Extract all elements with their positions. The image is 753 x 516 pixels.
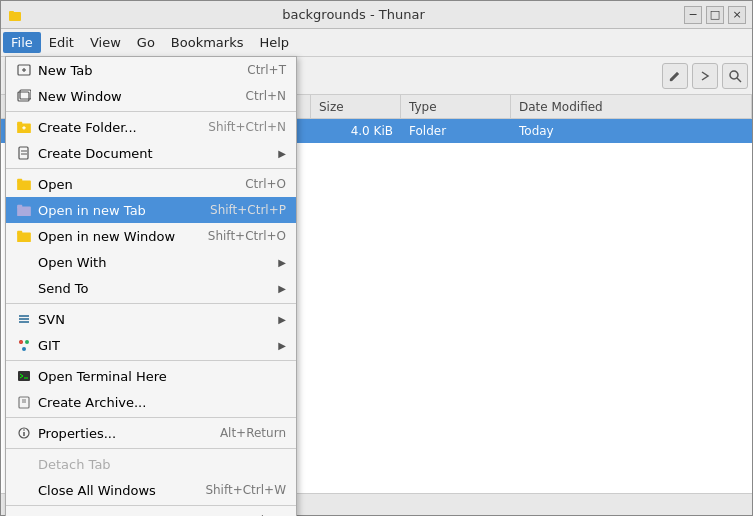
new-window-label: New Window [38, 89, 226, 104]
open-shortcut: Ctrl+O [245, 177, 286, 191]
create-folder-icon [16, 119, 32, 135]
svg-rect-10 [20, 90, 31, 99]
new-tab-shortcut: Ctrl+T [247, 63, 286, 77]
send-to-icon [16, 280, 32, 296]
file-date-cell: Today [511, 119, 752, 143]
menu-open-new-window[interactable]: Open in new Window Shift+Ctrl+O [6, 223, 296, 249]
menu-edit[interactable]: Edit [41, 32, 82, 53]
svg-rect-1 [9, 11, 14, 14]
archive-icon [16, 394, 32, 410]
properties-label: Properties... [38, 426, 200, 441]
create-document-arrow: ▶ [278, 148, 286, 159]
window-icon [7, 7, 23, 23]
git-arrow: ▶ [278, 340, 286, 351]
menu-open[interactable]: Open Ctrl+O [6, 171, 296, 197]
open-new-window-label: Open in new Window [38, 229, 188, 244]
window-title: backgrounds - Thunar [23, 7, 684, 22]
svg-rect-23 [17, 231, 22, 234]
send-to-arrow: ▶ [278, 283, 286, 294]
open-new-tab-label: Open in new Tab [38, 203, 190, 218]
col-header-date[interactable]: Date Modified [511, 95, 752, 118]
menu-send-to[interactable]: Send To ▶ [6, 275, 296, 301]
menu-file[interactable]: File [3, 32, 41, 53]
minimize-button[interactable]: − [684, 6, 702, 24]
maximize-button[interactable]: □ [706, 6, 724, 24]
create-doc-icon [16, 145, 32, 161]
properties-icon [16, 425, 32, 441]
open-with-arrow: ▶ [278, 257, 286, 268]
menu-create-archive[interactable]: Create Archive... [6, 389, 296, 415]
navigate-button[interactable] [692, 63, 718, 89]
separator-4 [6, 360, 296, 361]
menu-view[interactable]: View [82, 32, 129, 53]
menu-open-terminal[interactable]: Open Terminal Here [6, 363, 296, 389]
svg-point-2 [730, 71, 738, 79]
svg-point-29 [22, 347, 26, 351]
svg-rect-31 [18, 371, 30, 381]
svg-line-3 [737, 78, 741, 82]
create-document-label: Create Document [38, 146, 278, 161]
menu-detach-tab[interactable]: Detach Tab [6, 451, 296, 477]
menu-new-tab[interactable]: New Tab Ctrl+T [6, 57, 296, 83]
new-tab-label: New Tab [38, 63, 227, 78]
col-header-size[interactable]: Size [311, 95, 401, 118]
new-window-shortcut: Ctrl+N [246, 89, 286, 103]
open-with-icon [16, 254, 32, 270]
menu-git[interactable]: GIT ▶ [6, 332, 296, 358]
menu-create-folder[interactable]: Create Folder... Shift+Ctrl+N [6, 114, 296, 140]
menu-create-document[interactable]: Create Document ▶ [6, 140, 296, 166]
separator-2 [6, 168, 296, 169]
menu-close-all-windows[interactable]: Close All Windows Shift+Ctrl+W [6, 477, 296, 503]
svg-point-38 [23, 429, 25, 431]
properties-shortcut: Alt+Return [220, 426, 286, 440]
menubar: File Edit View Go Bookmarks Help [1, 29, 752, 57]
open-new-tab-shortcut: Shift+Ctrl+P [210, 203, 286, 217]
svn-arrow: ▶ [278, 314, 286, 325]
toolbar-right [662, 63, 748, 89]
git-icon [16, 337, 32, 353]
menu-new-window[interactable]: New Window Ctrl+N [6, 83, 296, 109]
edit-location-button[interactable] [662, 63, 688, 89]
new-window-icon [16, 88, 32, 104]
col-header-type[interactable]: Type [401, 95, 511, 118]
separator-7 [6, 505, 296, 506]
send-to-label: Send To [38, 281, 278, 296]
new-tab-icon [16, 62, 32, 78]
create-folder-shortcut: Shift+Ctrl+N [208, 120, 286, 134]
window-controls: − □ × [684, 6, 746, 24]
detach-tab-label: Detach Tab [38, 457, 286, 472]
open-terminal-label: Open Terminal Here [38, 369, 286, 384]
svg-point-28 [25, 340, 29, 344]
titlebar: backgrounds - Thunar − □ × [1, 1, 752, 29]
search-button[interactable] [722, 63, 748, 89]
file-type-cell: Folder [401, 119, 511, 143]
menu-close-tab[interactable]: Close Tab Ctrl+W [6, 508, 296, 516]
close-button[interactable]: × [728, 6, 746, 24]
menu-open-new-tab[interactable]: Open in new Tab Shift+Ctrl+P [6, 197, 296, 223]
svg-rect-19 [17, 179, 22, 182]
menu-bookmarks[interactable]: Bookmarks [163, 32, 252, 53]
col-type-label: Type [409, 100, 437, 114]
separator-5 [6, 417, 296, 418]
detach-icon [16, 456, 32, 472]
menu-properties[interactable]: Properties... Alt+Return [6, 420, 296, 446]
menu-svn[interactable]: SVN ▶ [6, 306, 296, 332]
col-size-label: Size [319, 100, 344, 114]
open-icon [16, 176, 32, 192]
svn-label: SVN [38, 312, 278, 327]
menu-go[interactable]: Go [129, 32, 163, 53]
terminal-icon [16, 368, 32, 384]
file-menu: New Tab Ctrl+T New Window Ctrl+N Create … [5, 56, 297, 516]
svg-rect-12 [17, 122, 22, 125]
create-folder-label: Create Folder... [38, 120, 188, 135]
svn-icon [16, 311, 32, 327]
create-archive-label: Create Archive... [38, 395, 286, 410]
open-label: Open [38, 177, 225, 192]
git-label: GIT [38, 338, 278, 353]
open-window-icon [16, 228, 32, 244]
col-date-label: Date Modified [519, 100, 603, 114]
separator-3 [6, 303, 296, 304]
close-all-shortcut: Shift+Ctrl+W [205, 483, 286, 497]
menu-open-with[interactable]: Open With ▶ [6, 249, 296, 275]
menu-help[interactable]: Help [251, 32, 297, 53]
